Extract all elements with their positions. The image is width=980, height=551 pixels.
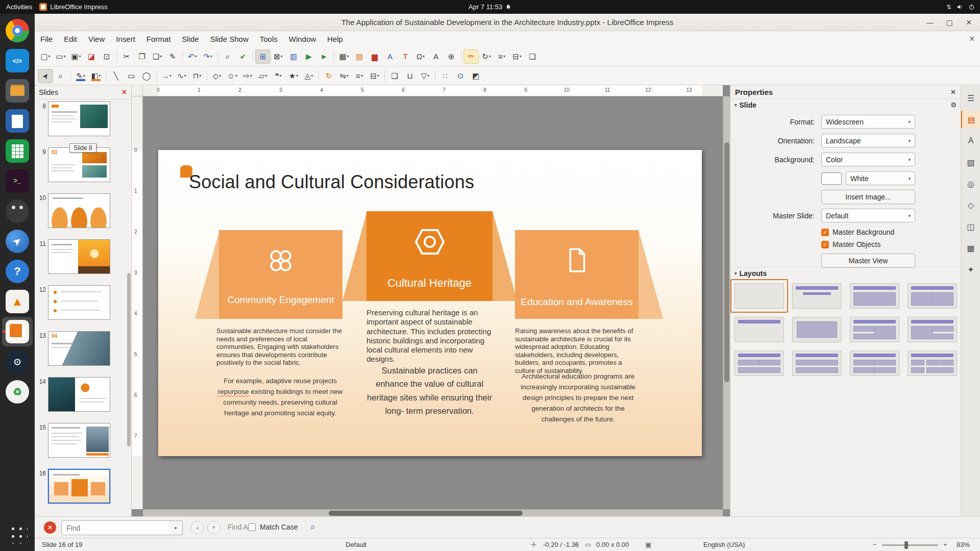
open-button[interactable]: ▭▾ [53,49,68,64]
slide-thumbnail-13[interactable]: 1304 [36,331,110,366]
find-replace-button[interactable]: ⌕ [220,49,235,64]
dock-item-help[interactable]: ? [2,257,33,286]
ellipse-button[interactable]: ◯ [139,69,154,83]
system-tray[interactable]: ⇅ [946,4,975,11]
tab-master-slides[interactable]: ▦ [961,239,980,257]
transformations-button[interactable]: ↻▾ [479,49,494,64]
sidebar-settings-button[interactable]: ☰ [961,89,980,107]
heritage-paragraph-2[interactable]: Sustainable practices can enhance the va… [364,364,495,418]
block-arrows-button[interactable]: ⇨▾ [240,69,255,83]
community-paragraph-2[interactable]: For example, adaptive reuse projects rep… [216,376,344,419]
snap-guides-button[interactable]: ⊠▾ [271,49,286,64]
fontwork-button[interactable]: A [428,49,444,64]
slides-panel-scrollbar[interactable] [127,273,131,446]
thumbnail[interactable] [48,423,110,458]
tab-properties[interactable]: ▤ [961,111,980,128]
zoom-pan-button[interactable]: ⌕ [53,69,68,83]
clock[interactable]: Apr 7 11:53 [469,3,511,11]
horizontal-ruler[interactable]: 0 1 2 3 4 5 6 7 8 9 10 11 12 13 [143,85,723,96]
master-view-button[interactable]: Master View [821,254,915,268]
slide-thumbnail-8[interactable]: 8 [36,102,110,136]
dock-item-calc[interactable] [2,136,33,166]
slide-thumbnail-10[interactable]: 10 [36,193,110,228]
align-objects-button[interactable]: ≡▾ [494,49,509,64]
special-character-button[interactable]: Ω▾ [413,49,428,64]
zoom-slider-thumb[interactable] [904,541,908,549]
cursor-position-status[interactable]: -0.20 / -1.36 [543,541,579,548]
slide-16-editing-area[interactable]: Social and Cultural Considerations [158,150,702,456]
menu-insert[interactable]: Insert [110,33,141,45]
vertical-scrollbar[interactable] [723,96,730,509]
lines-arrows-button[interactable]: →▾ [159,69,174,83]
menu-slideshow[interactable]: Slide Show [205,33,254,45]
find-next-button[interactable]: ▼ [207,521,220,534]
glue-points-button[interactable]: ⊙ [453,69,468,83]
layout-title-two-content[interactable] [903,279,961,313]
match-case-checkbox[interactable] [248,523,256,531]
find-and-replace-icon[interactable]: ⌕ [310,521,315,532]
vertical-ruler[interactable]: 0 1 2 3 4 5 6 7 [132,96,143,509]
connectors-button[interactable]: ⊓▾ [189,69,205,83]
thumbnail[interactable] [48,102,110,136]
layout-centered-text[interactable] [788,313,846,346]
arrange-button-2[interactable]: ⊟▾ [367,69,382,83]
zoom-in-button[interactable]: + [943,541,947,548]
zoom-slider[interactable] [882,544,938,546]
master-objects-checkbox-row[interactable]: Master Objects [821,239,880,249]
thumbnail[interactable] [48,469,110,504]
slide-canvas[interactable]: Social and Cultural Considerations [143,96,723,509]
properties-close-button[interactable]: ✕ [950,88,956,96]
new-document-button[interactable]: ▢▾ [38,49,53,64]
hyperlink-button[interactable]: ⊕ [444,49,459,64]
thumbnail[interactable] [48,285,110,320]
close-window-button[interactable]: ✕ [963,16,975,29]
slide-thumbnail-12[interactable]: 12 [36,285,110,320]
3d-objects-button[interactable]: ◬▾ [301,69,316,83]
dock-item-gimp[interactable] [2,196,33,226]
insert-image-button-panel[interactable]: Insert Image... [821,190,915,204]
vertical-scroll-thumb[interactable] [724,142,729,382]
minimize-button[interactable]: — [924,16,936,29]
master-slide-dropdown[interactable]: Default▾ [821,209,915,222]
export-pdf-button[interactable]: ◪ [84,49,99,64]
language-status[interactable]: English (USA) [703,541,745,548]
close-document-button[interactable]: ✕ [969,35,975,43]
basic-shapes-button[interactable]: ◇▾ [209,69,225,83]
arrange-button[interactable]: ⊟▾ [509,49,525,64]
object-size-status[interactable]: 0.00 x 0.00 [596,541,629,548]
tab-navigator[interactable]: ◎ [961,175,980,192]
education-paragraph-1[interactable]: Raising awareness about the benefits of … [515,327,641,375]
crop-button[interactable]: ⊔ [402,69,418,83]
community-engagement-card[interactable]: Community Engagement [219,230,342,319]
maximize-button[interactable]: ▢ [943,16,955,29]
slide-thumbnail-14[interactable]: 14 [36,377,110,412]
zoom-percentage[interactable]: 83% [957,541,970,548]
layout-title-content[interactable] [846,279,903,313]
master-background-checkbox-row[interactable]: Master Background [821,227,894,237]
layout-title-slide[interactable] [788,279,846,313]
menu-help[interactable]: Help [322,33,349,45]
dock-item-files[interactable] [2,76,33,106]
flip-button[interactable]: ⇋▾ [336,69,352,83]
layout-two-content-over-content[interactable] [730,346,788,380]
community-paragraph-1[interactable]: Sustainable architecture must consider t… [216,327,344,367]
layout-two-content-and-content[interactable] [846,313,903,346]
zoom-out-button[interactable]: − [873,541,877,548]
dock-item-writer[interactable] [2,106,33,136]
find-previous-button[interactable]: ▲ [191,521,204,534]
layout-six-content[interactable] [903,346,961,380]
dock-item-steam[interactable]: ⊙ [2,347,33,377]
menu-file[interactable]: File [35,33,58,45]
fit-slide-icon[interactable]: ▣ [645,541,651,548]
background-color-dropdown[interactable]: White▾ [846,171,915,185]
tab-animation[interactable]: ✦ [961,261,980,278]
tab-slide-transition[interactable]: ◫ [961,218,980,235]
spelling-button[interactable]: ✔ [235,49,251,64]
tab-styles[interactable]: A [961,132,980,149]
slide-thumbnail-15[interactable]: 15 [36,423,110,458]
insert-vertical-text-button[interactable]: T [398,49,413,64]
horizontal-scroll-thumb[interactable] [329,511,523,516]
master-slide-status[interactable]: Default [346,541,366,548]
toggle-extrusion-button[interactable]: ◩ [468,69,483,83]
menu-view[interactable]: View [83,33,110,45]
